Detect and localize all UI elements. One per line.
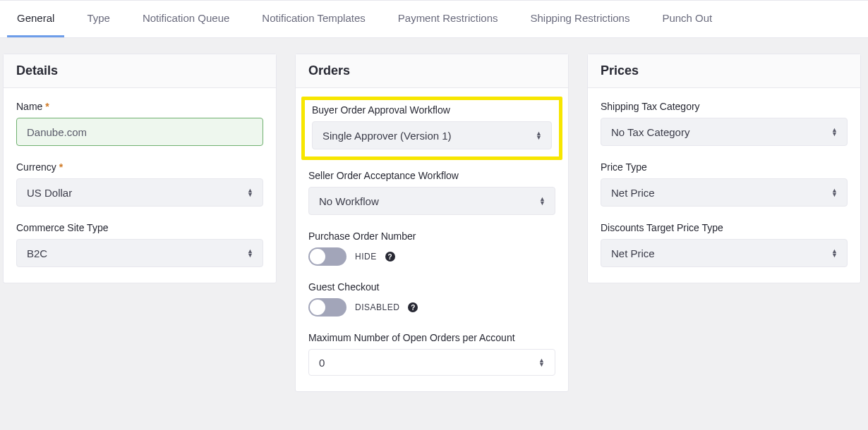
tab-payment-restrictions[interactable]: Payment Restrictions: [388, 1, 508, 37]
buyer-workflow-label: Buyer Order Approval Workflow: [312, 104, 552, 116]
orders-card-title: Orders: [296, 54, 568, 88]
tab-bar: General Type Notification Queue Notifica…: [0, 0, 868, 38]
shipping-tax-value: No Tax Category: [611, 126, 689, 138]
max-open-orders-value: 0: [319, 357, 325, 369]
shipping-tax-label: Shipping Tax Category: [601, 101, 848, 112]
help-icon[interactable]: ?: [385, 252, 395, 262]
currency-select[interactable]: US Dollar: [16, 178, 263, 207]
site-type-select-value: B2C: [27, 247, 47, 259]
tab-punch-out[interactable]: Punch Out: [652, 1, 722, 37]
stepper-updown-icon: ▲▼: [538, 358, 545, 367]
tab-general[interactable]: General: [7, 1, 64, 37]
toggle-knob: [310, 300, 325, 315]
tab-notification-templates[interactable]: Notification Templates: [252, 1, 375, 37]
max-open-orders-input[interactable]: 0 ▲▼: [308, 349, 555, 376]
price-type-select[interactable]: Net Price: [601, 178, 848, 207]
buyer-workflow-select[interactable]: Single Approver (Version 1): [312, 121, 552, 149]
details-card-title: Details: [4, 54, 276, 88]
guest-checkout-state: DISABLED: [355, 302, 399, 312]
currency-select-value: US Dollar: [27, 187, 72, 199]
shipping-tax-select[interactable]: No Tax Category: [601, 118, 848, 146]
max-open-orders-label: Maximum Number of Open Orders per Accoun…: [308, 332, 555, 343]
price-type-label: Price Type: [601, 161, 848, 173]
details-card: Details Name * Currency * US Dollar: [3, 54, 277, 283]
price-type-value: Net Price: [611, 187, 655, 199]
tab-type[interactable]: Type: [77, 1, 120, 37]
discounts-target-label: Discounts Target Price Type: [601, 222, 848, 233]
po-number-label: Purchase Order Number: [308, 231, 555, 242]
guest-checkout-toggle[interactable]: [308, 298, 346, 317]
prices-card: Prices Shipping Tax Category No Tax Cate…: [587, 54, 861, 283]
name-label: Name *: [16, 101, 263, 112]
required-star: *: [45, 101, 49, 112]
buyer-workflow-highlight: Buyer Order Approval Workflow Single App…: [301, 97, 562, 160]
seller-workflow-select[interactable]: No Workflow: [308, 187, 555, 215]
guest-checkout-label: Guest Checkout: [308, 281, 555, 293]
orders-card: Orders Buyer Order Approval Workflow Sin…: [295, 54, 569, 392]
po-number-toggle[interactable]: [308, 247, 346, 266]
seller-workflow-label: Seller Order Acceptance Workflow: [308, 170, 555, 181]
buyer-workflow-value: Single Approver (Version 1): [323, 130, 452, 142]
required-star: *: [59, 161, 63, 173]
name-input[interactable]: [16, 118, 263, 146]
discounts-target-value: Net Price: [611, 247, 655, 259]
toggle-knob: [310, 249, 325, 264]
discounts-target-select[interactable]: Net Price: [601, 239, 848, 267]
help-icon[interactable]: ?: [408, 302, 418, 312]
prices-card-title: Prices: [588, 54, 860, 88]
site-type-select[interactable]: B2C: [16, 239, 263, 267]
tab-notification-queue[interactable]: Notification Queue: [133, 1, 239, 37]
currency-label: Currency *: [16, 161, 263, 173]
seller-workflow-value: No Workflow: [319, 195, 379, 207]
content-area: Details Name * Currency * US Dollar: [0, 38, 868, 407]
po-number-state: HIDE: [355, 252, 377, 262]
site-type-label: Commerce Site Type: [16, 222, 263, 233]
tab-shipping-restrictions[interactable]: Shipping Restrictions: [521, 1, 640, 37]
